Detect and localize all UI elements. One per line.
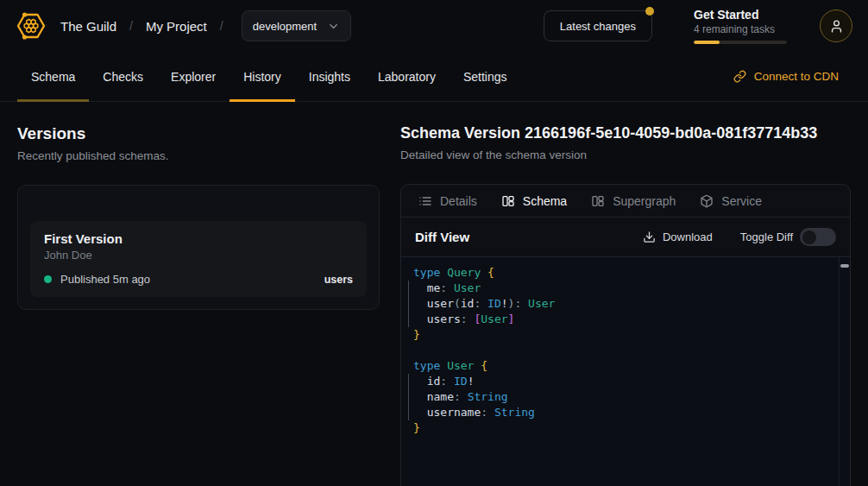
toggle-diff-knob	[802, 230, 816, 244]
breadcrumb-project[interactable]: My Project	[146, 19, 207, 34]
nav-tab-schema[interactable]: Schema	[17, 52, 89, 101]
versions-column: Versions Recently published schemas. Fir…	[17, 102, 380, 486]
target-selector-dropdown[interactable]: development	[242, 10, 351, 41]
versions-list-card: First Version John Doe Published 5m ago …	[17, 185, 380, 310]
nav-tab-explorer[interactable]: Explorer	[157, 52, 230, 101]
nav-tab-checks[interactable]: Checks	[89, 52, 157, 101]
link-icon	[733, 70, 746, 83]
nav-tab-settings[interactable]: Settings	[450, 52, 521, 101]
published-status-dot	[44, 275, 52, 283]
get-started-progress-fill	[694, 41, 720, 44]
code-content: type Query { me: User user(id: ID!): Use…	[413, 265, 829, 436]
layout-columns-icon	[501, 194, 515, 208]
toggle-diff-label: Toggle Diff	[740, 230, 793, 243]
version-list-item[interactable]: First Version John Doe Published 5m ago …	[30, 221, 367, 297]
connect-to-cdn-link[interactable]: Connect to CDN	[733, 52, 839, 101]
breadcrumb-separator: /	[129, 19, 133, 33]
tab-supergraph[interactable]: Supergraph	[591, 194, 676, 208]
guild-logo-icon[interactable]	[16, 10, 47, 41]
nav-tab-laboratory[interactable]: Laboratory	[364, 52, 450, 101]
download-button[interactable]: Download	[643, 230, 713, 243]
nav-tab-history[interactable]: History	[230, 52, 295, 101]
schema-version-panel: Details Schema Supergraph	[400, 184, 851, 486]
diff-view-toolbar: Diff View Download Toggle Diff	[401, 218, 850, 257]
tab-details[interactable]: Details	[418, 194, 477, 208]
tab-service-label: Service	[721, 194, 762, 208]
tab-details-label: Details	[440, 194, 477, 208]
diff-view-title: Diff View	[415, 230, 469, 244]
code-scrollbar-thumb[interactable]	[840, 264, 849, 268]
header-right-group: Latest changes Get Started 4 remaining t…	[544, 8, 852, 44]
version-author: John Doe	[44, 249, 353, 262]
main-nav: Schema Checks Explorer History Insights …	[0, 52, 868, 102]
tab-schema[interactable]: Schema	[501, 194, 567, 208]
versions-title: Versions	[17, 124, 380, 143]
nav-tab-insights[interactable]: Insights	[295, 52, 364, 101]
breadcrumb-org[interactable]: The Guild	[60, 19, 116, 34]
notification-dot	[645, 7, 654, 16]
layout-columns-icon	[591, 194, 605, 208]
version-status: Published 5m ago	[60, 273, 150, 286]
breadcrumb-separator: /	[220, 19, 223, 33]
schema-version-title: Schema Version 2166196f-5e10-4059-bd0a-0…	[400, 124, 851, 142]
version-name: First Version	[44, 231, 353, 246]
code-scrollbar[interactable]	[839, 257, 850, 486]
versions-subtitle: Recently published schemas.	[17, 149, 380, 162]
app-header: The Guild / My Project / development Lat…	[0, 0, 868, 52]
user-avatar-button[interactable]	[820, 9, 852, 42]
tab-service[interactable]: Service	[700, 194, 762, 208]
target-selector-value: development	[253, 20, 317, 33]
tab-schema-label: Schema	[523, 194, 567, 208]
main-content: Versions Recently published schemas. Fir…	[0, 102, 868, 486]
schema-code-viewer[interactable]: type Query { me: User user(id: ID!): Use…	[401, 257, 850, 486]
version-detail-column: Schema Version 2166196f-5e10-4059-bd0a-0…	[400, 102, 851, 486]
user-icon	[829, 19, 844, 34]
tab-supergraph-label: Supergraph	[613, 194, 676, 208]
connect-to-cdn-label: Connect to CDN	[754, 70, 839, 83]
list-icon	[418, 194, 432, 208]
download-label: Download	[663, 230, 713, 243]
latest-changes-button[interactable]: Latest changes	[544, 10, 652, 41]
chevron-down-icon	[327, 20, 340, 33]
get-started-subtitle: 4 remaining tasks	[694, 23, 787, 35]
schema-version-subtitle: Detailed view of the schema version	[400, 148, 851, 161]
toggle-diff-switch[interactable]	[800, 228, 836, 246]
download-icon	[643, 230, 656, 243]
get-started-progress-track	[694, 41, 787, 44]
latest-changes-label: Latest changes	[560, 20, 636, 33]
version-service-badge: users	[324, 274, 353, 286]
cube-icon	[700, 194, 714, 208]
detail-tab-bar: Details Schema Supergraph	[401, 185, 850, 218]
get-started-widget[interactable]: Get Started 4 remaining tasks	[694, 8, 787, 44]
get-started-title: Get Started	[694, 8, 787, 22]
